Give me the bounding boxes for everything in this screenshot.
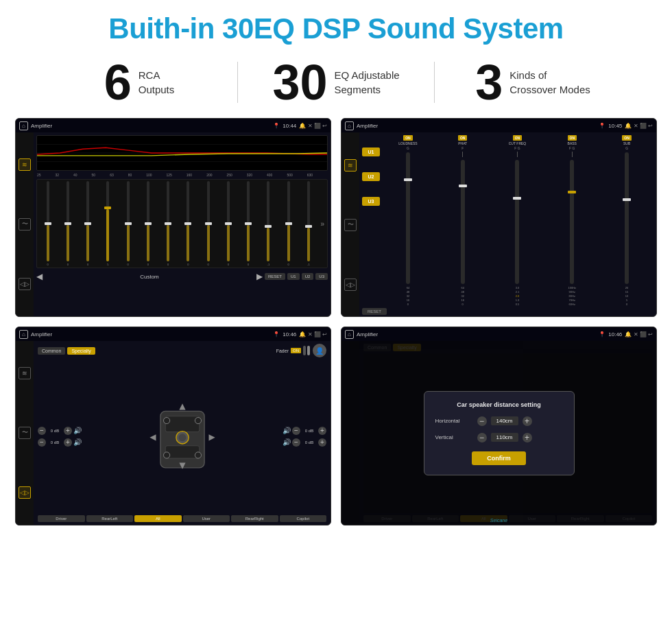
prev-button[interactable]: ◀	[36, 272, 43, 281]
vertical-minus[interactable]: −	[477, 433, 487, 442]
svg-rect-4	[165, 416, 200, 432]
u1-preset[interactable]: U1	[362, 147, 380, 156]
vertical-value: 110cm	[491, 433, 518, 442]
page-title: Buith-in 30EQ DSP Sound System	[0, 12, 672, 45]
stat-item-eq: 30 EQ AdjustableSegments	[238, 58, 434, 107]
confirm-button[interactable]: Confirm	[472, 451, 526, 465]
horizontal-plus[interactable]: +	[523, 416, 532, 426]
u3-preset[interactable]: U3	[362, 197, 380, 206]
sc4-app-title: Amplifier	[357, 331, 596, 338]
vol-minus-3[interactable]: −	[292, 427, 300, 435]
sc1-sidebar-speaker-icon[interactable]: ◁▷	[19, 278, 31, 290]
dialog-vertical-label: Vertical	[435, 434, 473, 440]
sc3-wave-icon[interactable]: 〜	[19, 427, 31, 439]
screenshots-grid: ⌂ Amplifier 📍 10:44 🔔 ✕ ⬛ ↩ ≋ 〜 ◁▷	[0, 118, 672, 532]
svg-point-14	[163, 452, 169, 458]
screenshot-dialog: ⌂ Amplifier 📍 10:46 🔔 ✕ ⬛ ↩ Common Speci…	[341, 327, 657, 525]
screenshot-amp: ⌂ Amplifier 📍 10:45 🔔 ✕ ⬛ ↩ ≋ 〜 ◁▷ U1	[341, 118, 657, 317]
sc3-home-icon[interactable]: ⌂	[19, 330, 28, 339]
sc2-home-icon[interactable]: ⌂	[345, 121, 354, 130]
sc3-app-title: Amplifier	[31, 331, 270, 338]
vertical-plus[interactable]: +	[523, 433, 532, 442]
svg-point-12	[163, 418, 169, 424]
u2-button[interactable]: U2	[302, 273, 314, 280]
page-header: Buith-in 30EQ DSP Sound System	[0, 0, 672, 52]
vol-plus-2[interactable]: +	[64, 438, 72, 447]
sc3-eq-icon[interactable]: ≋	[19, 367, 31, 379]
svg-rect-5	[165, 446, 200, 458]
eq-freq-labels: 25 32 40 50 63 80 100 125 160 200 250 32…	[36, 173, 328, 177]
eq-mode-label: Custom	[45, 274, 254, 280]
svg-point-13	[195, 418, 201, 424]
dialog-overlay: Car speaker distance setting Horizontal …	[341, 341, 656, 525]
eq-slider-group[interactable]: 0 0	[38, 181, 317, 266]
sc4-home-icon[interactable]: ⌂	[345, 330, 354, 339]
rearleft-button[interactable]: RearLeft	[86, 515, 134, 522]
sc3-sidebar: ≋ 〜 ◁▷	[16, 341, 34, 525]
sc4-time: 10:46	[608, 331, 622, 338]
sc2-reset-button[interactable]: RESET	[362, 308, 387, 315]
svg-marker-11	[208, 434, 215, 440]
driver-button[interactable]: Driver	[38, 515, 85, 522]
common-tab[interactable]: Common	[38, 347, 65, 355]
stat-item-rca: 6 RCAOutputs	[41, 58, 237, 107]
horizontal-minus[interactable]: −	[477, 416, 487, 426]
next-button[interactable]: ▶	[256, 272, 263, 281]
sc1-sidebar-eq-icon[interactable]: ≋	[19, 158, 31, 171]
sc1-time: 10:44	[283, 123, 296, 129]
svg-point-15	[195, 452, 201, 458]
specialty-tab[interactable]: Specialty	[67, 347, 95, 355]
sc2-time: 10:45	[608, 123, 622, 129]
vol-minus-1[interactable]: −	[38, 427, 46, 435]
sc2-sidebar: ≋ 〜 ◁▷	[341, 132, 359, 317]
user-button[interactable]: User	[183, 515, 230, 522]
u2-preset[interactable]: U2	[362, 172, 380, 181]
vol-minus-2[interactable]: −	[38, 438, 46, 447]
sc2-app-title: Amplifier	[357, 123, 596, 129]
dialog-horizontal-row: Horizontal − 140cm +	[435, 416, 563, 426]
sc1-icons-area: 📍	[273, 123, 280, 129]
sc3-spk-icon[interactable]: ◁▷	[19, 486, 31, 499]
reset-button[interactable]: RESET	[265, 273, 285, 280]
car-diagram	[84, 359, 280, 513]
svg-point-7	[178, 434, 186, 441]
dialog-title: Car speaker distance setting	[435, 401, 563, 408]
eq-sliders: 0 0	[36, 179, 328, 268]
screenshot-eq: ⌂ Amplifier 📍 10:44 🔔 ✕ ⬛ ↩ ≋ 〜 ◁▷	[15, 118, 331, 317]
vol-minus-4[interactable]: −	[292, 438, 300, 447]
sc2-topbar: ⌂ Amplifier 📍 10:45 🔔 ✕ ⬛ ↩	[341, 119, 656, 132]
eq-graph	[36, 135, 328, 171]
all-button[interactable]: All	[134, 515, 182, 522]
u3-button[interactable]: U3	[315, 273, 328, 280]
vol-plus-4[interactable]: +	[318, 438, 326, 447]
sc1-status-icons: 🔔 ✕ ⬛ ↩	[299, 123, 327, 129]
sc1-sidebar-wave-icon[interactable]: 〜	[19, 218, 31, 231]
stat-item-crossover: 3 Kinds ofCrossover Modes	[435, 58, 631, 107]
user-avatar: 👤	[313, 344, 326, 357]
svg-marker-8	[179, 403, 185, 410]
home-icon[interactable]: ⌂	[19, 121, 28, 130]
copilot-button-sc3[interactable]: Copilot	[280, 515, 327, 522]
stats-row: 6 RCAOutputs 30 EQ AdjustableSegments 3 …	[0, 52, 672, 118]
sc2-eq-icon[interactable]: ≋	[344, 159, 357, 172]
rearright-button[interactable]: RearRight	[231, 515, 278, 522]
stat-number-eq: 30	[272, 58, 327, 107]
u1-button[interactable]: U1	[287, 273, 300, 280]
stat-label-crossover: Kinds ofCrossover Modes	[509, 68, 590, 97]
vol-plus-3[interactable]: +	[318, 427, 326, 435]
vol-plus-1[interactable]: +	[64, 427, 72, 435]
stat-label-eq: EQ AdjustableSegments	[335, 68, 400, 97]
stat-label-rca: RCAOutputs	[139, 68, 175, 97]
screenshot-fader: ⌂ Amplifier 📍 10:46 🔔 ✕ ⬛ ↩ ≋ 〜 ◁▷ Commo…	[15, 327, 331, 525]
dialog-vertical-row: Vertical − 110cm +	[435, 433, 563, 442]
sc3-bottom-buttons: Driver RearLeft All User RearRight Copil…	[38, 515, 326, 522]
sc4-topbar: ⌂ Amplifier 📍 10:46 🔔 ✕ ⬛ ↩	[341, 327, 656, 341]
sc3-topbar: ⌂ Amplifier 📍 10:46 🔔 ✕ ⬛ ↩	[16, 327, 331, 341]
watermark: Seicane	[490, 518, 507, 523]
eq-bottom-controls: ◀ Custom ▶ RESET U1 U2 U3	[36, 270, 328, 283]
sc2-wave-icon[interactable]: 〜	[344, 219, 357, 231]
stat-number-crossover: 3	[475, 58, 503, 107]
expand-arrow[interactable]: »	[319, 220, 326, 228]
stat-number-rca: 6	[104, 58, 132, 107]
sc2-spk-icon[interactable]: ◁▷	[344, 279, 357, 291]
